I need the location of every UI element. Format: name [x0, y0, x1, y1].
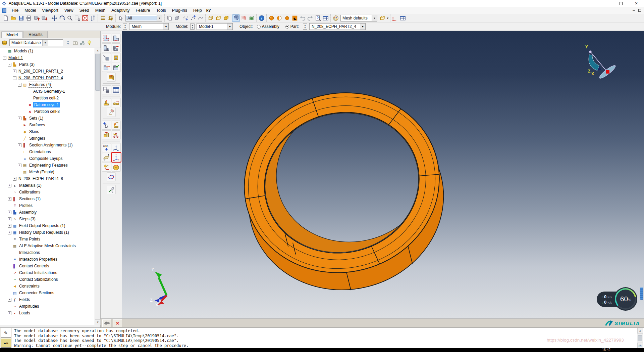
- assign-element-type-button[interactable]: S4R: [102, 63, 111, 72]
- tree-item-profiles[interactable]: #Profiles: [0, 202, 95, 209]
- pick-tool-button[interactable]: [291, 14, 299, 22]
- corner-round-button[interactable]: [112, 121, 121, 130]
- tree-item-sets-1[interactable]: +▙Sets (1): [0, 115, 95, 122]
- scroll-down-icon[interactable]: ▼: [95, 319, 101, 325]
- folder-up-icon[interactable]: [72, 40, 78, 46]
- collapse-icon[interactable]: −: [8, 63, 11, 67]
- expand-icon[interactable]: +: [8, 211, 11, 214]
- part-spinner[interactable]: ▲▼: [303, 24, 307, 30]
- rotate-view-button[interactable]: [58, 14, 66, 22]
- expand-icon[interactable]: +: [8, 197, 11, 201]
- instance-cube-button[interactable]: [173, 14, 181, 22]
- box-zoom-button[interactable]: [73, 14, 81, 22]
- scroll-up-icon[interactable]: ▲: [95, 48, 101, 53]
- orient-stack-button[interactable]: [107, 73, 116, 82]
- open-file-button[interactable]: [9, 14, 17, 22]
- tree-scrollbar[interactable]: ▲ ▼: [95, 48, 100, 325]
- pan-view-button[interactable]: [50, 14, 58, 22]
- menu-seed[interactable]: Seed: [76, 7, 92, 13]
- freehand-curve-button[interactable]: [197, 14, 204, 22]
- tab-model[interactable]: Model: [1, 31, 23, 38]
- tree-item-features-4[interactable]: −▤Features (4): [0, 81, 95, 88]
- tree-item-stringers[interactable]: ╱Stringers: [0, 135, 95, 142]
- minimize-button[interactable]: —: [598, 0, 613, 7]
- widget-edge-handle[interactable]: [640, 288, 643, 300]
- color-code-cube-button[interactable]: [378, 14, 386, 22]
- viewport-annotation-button[interactable]: [391, 14, 399, 22]
- copy-viewport-button[interactable]: [166, 14, 173, 22]
- export-model-button[interactable]: [40, 14, 48, 22]
- datum-point-xyz-button[interactable]: (XYZ): [102, 143, 111, 152]
- context-help-icon[interactable]: k?: [206, 8, 211, 13]
- tree-item-ale-adaptive-mesh-constraints[interactable]: ▦ALE Adaptive Mesh Constraints: [0, 243, 95, 249]
- color-code-caret-icon[interactable]: ▼: [386, 17, 389, 20]
- expand-icon[interactable]: +: [8, 184, 11, 187]
- hiddenline-render-button[interactable]: [214, 14, 222, 22]
- customize-tools-button[interactable]: [107, 185, 116, 194]
- collapse-icon[interactable]: −: [13, 76, 16, 80]
- tree-item-acis-geometry-1[interactable]: ACIS Geometry-1: [0, 88, 95, 95]
- tree-item-fields[interactable]: +ƒFields: [0, 296, 95, 303]
- menu-view[interactable]: View: [61, 7, 76, 13]
- color-code-selector[interactable]: Mesh defaults▼: [340, 15, 377, 21]
- menu-model[interactable]: Model: [21, 7, 39, 13]
- verify-mesh-button[interactable]: [112, 63, 121, 72]
- partition-block2-button[interactable]: [112, 163, 121, 172]
- viewport-table-button[interactable]: [399, 14, 407, 22]
- edit-element-button[interactable]: [112, 98, 121, 107]
- sphere-small-button[interactable]: [283, 14, 291, 22]
- tree-item-materials-1[interactable]: +εMaterials (1): [0, 182, 95, 189]
- expand-icon[interactable]: +: [8, 224, 11, 228]
- tree-item-loads[interactable]: +▪Loads: [0, 310, 95, 316]
- resize-grip[interactable]: ∷∷: [638, 345, 643, 347]
- mesh-cube-blue-button[interactable]: [232, 14, 240, 22]
- cpu-gauge-widget[interactable]: 60%: [614, 287, 637, 311]
- menu-tools[interactable]: Tools: [153, 7, 169, 13]
- tree-item-models-1[interactable]: ▦Models (1): [0, 48, 95, 54]
- tree-item-connector-sections[interactable]: ▤Connector Sections: [0, 290, 95, 296]
- pick-cursor-button[interactable]: [117, 14, 124, 22]
- mesh-cube-red-button[interactable]: [240, 14, 248, 22]
- tree-item-assembly[interactable]: +▙Assembly: [0, 209, 95, 216]
- tree-item-contact-stabilizations[interactable]: ~Contact Stabilizations: [0, 276, 95, 283]
- module-spinner[interactable]: ▲▼: [123, 24, 127, 30]
- module-selector[interactable]: Mesh▼: [129, 23, 169, 30]
- back-button[interactable]: [102, 319, 111, 327]
- menu-help[interactable]: Help: [190, 7, 205, 13]
- mesh-edit-button[interactable]: [102, 85, 111, 94]
- partition-edge-button[interactable]: [107, 172, 116, 181]
- tree-item-field-output-requests-1[interactable]: +▦Field Output Requests (1): [0, 222, 95, 229]
- partition-scissors-button[interactable]: [112, 130, 121, 139]
- mesh-table-button[interactable]: [112, 85, 121, 94]
- maximize-button[interactable]: [613, 0, 629, 7]
- radio-part[interactable]: Part:: [285, 24, 299, 29]
- query-info-button[interactable]: ?: [314, 14, 322, 22]
- expand-icon[interactable]: +: [18, 117, 21, 120]
- bulb-icon[interactable]: [86, 40, 92, 46]
- command-line-icon[interactable]: »»: [1, 338, 11, 348]
- message-log-icon[interactable]: ✎: [1, 328, 11, 338]
- collapse-icon[interactable]: −: [3, 56, 6, 60]
- expand-icon[interactable]: +: [8, 311, 11, 315]
- edit-cursor-button[interactable]: [102, 121, 111, 130]
- close-button[interactable]: ✕: [629, 0, 644, 7]
- radio-assembly[interactable]: Assembly: [257, 24, 279, 29]
- link-icon[interactable]: [79, 40, 85, 46]
- expand-icon[interactable]: +: [18, 143, 21, 147]
- mesh-part-button[interactable]: [102, 43, 111, 52]
- tree-item-contact-controls[interactable]: ▌Contact Controls: [0, 263, 95, 269]
- expand-icon[interactable]: +: [13, 70, 16, 73]
- undo-button[interactable]: [299, 14, 306, 22]
- redo-button[interactable]: [306, 14, 314, 22]
- tree-item-surfaces[interactable]: ►Surfaces: [0, 122, 95, 128]
- tree-item-partition-cell-2[interactable]: Partition cell-2: [0, 95, 95, 101]
- msg-scroll-up-icon[interactable]: ▲: [637, 328, 643, 334]
- expand-icon[interactable]: +: [13, 177, 16, 181]
- tree-item-n-208-ecph-part1-2[interactable]: +N_208_ECPH_PART1_2: [0, 68, 95, 75]
- menu-mesh[interactable]: Mesh: [92, 7, 109, 13]
- tree-item-engineering-features[interactable]: +▤Engineering Features: [0, 162, 95, 169]
- new-file-button[interactable]: [2, 14, 9, 22]
- sphere-shaded-button[interactable]: [268, 14, 275, 22]
- wireframe-render-button[interactable]: [207, 14, 214, 22]
- mesh-cube-green-button[interactable]: [248, 14, 255, 22]
